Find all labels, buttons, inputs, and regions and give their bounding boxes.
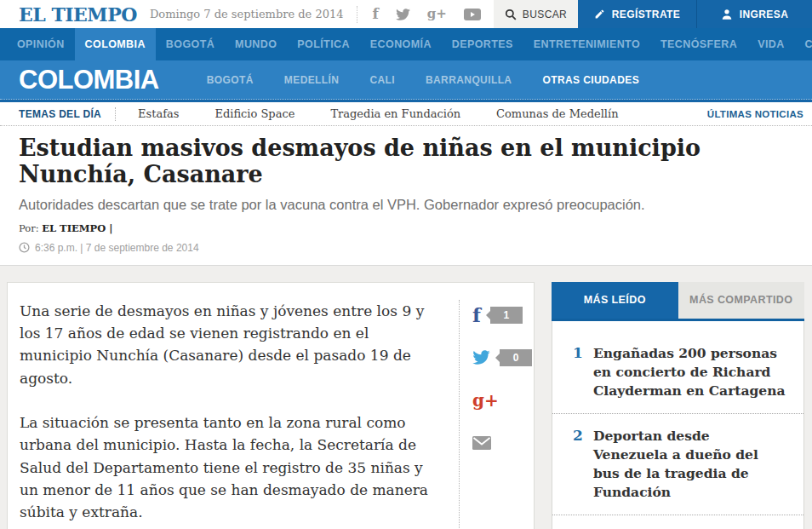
list-item[interactable]: 1 Engañadas 200 personas en concierto de… [552, 331, 803, 413]
topics-list: Estafas Edificio Space Tragedia en Funda… [138, 107, 618, 120]
topbar-social-links: f g+ [373, 7, 481, 21]
topics-label: TEMAS DEL DÍA [19, 108, 101, 120]
article-byline: Por: EL TIEMPO | [19, 222, 793, 234]
list-item[interactable]: 2 Deportan desde Venezuela a dueño del b… [552, 413, 803, 515]
topics-divider [115, 107, 116, 121]
nav-item-entretenimiento[interactable]: ENTRETENIMIENTO [523, 28, 650, 60]
twitter-icon [472, 350, 490, 365]
paragraph-2: La situación se presenta tanto en la zon… [20, 411, 443, 524]
section-subnav: BOGOTÁ MEDELLÍN CALI BARRANQUILLA OTRAS … [207, 74, 639, 86]
current-date: Domingo 7 de septiembre de 2014 [150, 8, 344, 20]
topic-comunas-medellin[interactable]: Comunas de Medellín [496, 107, 618, 120]
article-header: Estudian masivos desmayos de niñas en el… [0, 126, 812, 266]
pencil-icon [594, 9, 605, 20]
share-facebook-button[interactable]: f 1 [472, 305, 534, 325]
most-read-widget: MÁS LEÍDO MÁS COMPARTIDO 1 Engañadas 200… [552, 282, 804, 529]
nav-item-clasificados[interactable]: CLASIFICADOS [795, 28, 812, 60]
nav-item-opinion[interactable]: OPINIÓN [7, 28, 75, 60]
tab-mas-leido[interactable]: MÁS LEÍDO [552, 282, 678, 319]
nav-item-bogota[interactable]: BOGOTÁ [156, 28, 225, 60]
article-subtitle: Autoridades descartan que se trate por l… [19, 197, 793, 213]
tab-mas-compartido[interactable]: MÁS COMPARTIDO [678, 282, 805, 319]
ultimas-noticias-link[interactable]: ÚLTIMAS NOTICIAS [707, 109, 803, 119]
rank-number: 2 [573, 427, 593, 502]
register-label: REGÍSTRATE [612, 9, 680, 20]
login-label: INGRESA [740, 9, 788, 20]
topic-tragedia-fundacion[interactable]: Tragedia en Fundación [330, 107, 460, 120]
googleplus-icon[interactable]: g+ [427, 8, 447, 20]
mail-icon [472, 436, 491, 450]
list-item-title: Deportan desde Venezuela a dueño del bus… [593, 427, 788, 502]
content-area: Una serie de desmayos en niñas y jóvenes… [0, 266, 812, 529]
list-item-title: Engañadas 200 personas en concierto de R… [593, 344, 788, 400]
topic-estafas[interactable]: Estafas [138, 107, 179, 120]
facebook-share-count: 1 [490, 307, 523, 324]
login-button[interactable]: INGRESA [696, 0, 812, 28]
section-title[interactable]: COLOMBIA [19, 65, 159, 95]
search-button[interactable]: BUSCAR [494, 0, 578, 28]
topics-bar: TEMAS DEL DÍA Estafas Edificio Space Tra… [0, 100, 812, 126]
topic-edificio-space[interactable]: Edificio Space [214, 107, 294, 120]
el-tiempo-logo[interactable]: EL TIEMPO [19, 3, 137, 26]
article-body-box: Una serie de desmayos en niñas y jóvenes… [7, 282, 535, 529]
share-googleplus-button[interactable]: g+ [472, 390, 534, 411]
nav-item-politica[interactable]: POLÍTICA [287, 28, 360, 60]
byline-label: Por: [19, 222, 39, 234]
share-email-button[interactable] [472, 433, 534, 453]
nav-item-deportes[interactable]: DEPORTES [442, 28, 523, 60]
nav-item-mundo[interactable]: MUNDO [225, 28, 287, 60]
list-item[interactable]: 3 Mueren los diez pasajeros de avioneta … [552, 515, 803, 529]
topbar-divider [357, 6, 357, 23]
top-bar: EL TIEMPO Domingo 7 de septiembre de 201… [0, 0, 812, 28]
subnav-bogota[interactable]: BOGOTÁ [207, 74, 254, 86]
article-headline: Estudian masivos desmayos de niñas en el… [19, 135, 793, 188]
facebook-icon: f [472, 305, 481, 325]
most-read-list: 1 Engañadas 200 personas en concierto de… [552, 321, 804, 529]
nav-item-economia[interactable]: ECONOMÍA [360, 28, 442, 60]
article-timestamp: 6:36 p.m. | 7 de septiembre de 2014 [19, 242, 793, 265]
search-icon [505, 9, 517, 20]
user-icon [721, 9, 733, 20]
twitter-share-count: 0 [500, 349, 532, 366]
byline-author: EL TIEMPO | [42, 222, 112, 234]
sidebar-tabs: MÁS LEÍDO MÁS COMPARTIDO [552, 282, 804, 319]
main-nav: OPINIÓN COLOMBIA BOGOTÁ MUNDO POLÍTICA E… [0, 28, 812, 60]
clock-icon [19, 242, 30, 253]
subnav-barranquilla[interactable]: BARRANQUILLA [426, 74, 512, 86]
register-button[interactable]: REGÍSTRATE [578, 0, 696, 28]
subnav-medellin[interactable]: MEDELLÍN [284, 74, 340, 86]
facebook-icon[interactable]: f [373, 7, 379, 21]
section-header: COLOMBIA BOGOTÁ MEDELLÍN CALI BARRANQUIL… [0, 60, 812, 100]
article-body-text: Una serie de desmayos en niñas y jóvenes… [20, 300, 459, 529]
subnav-cali[interactable]: CALI [369, 74, 395, 86]
youtube-icon[interactable] [464, 9, 481, 20]
twitter-icon[interactable] [396, 9, 410, 20]
timestamp-text: 6:36 p.m. | 7 de septiembre de 2014 [35, 242, 199, 254]
share-column: f 1 0 g+ [459, 300, 534, 529]
paragraph-1: Una serie de desmayos en niñas y jóvenes… [20, 300, 443, 389]
share-twitter-button[interactable]: 0 [472, 348, 534, 368]
googleplus-icon: g+ [472, 392, 499, 409]
nav-item-colombia[interactable]: COLOMBIA [75, 28, 156, 60]
nav-item-tecnosfera[interactable]: TECNÓSFERA [650, 28, 747, 60]
nav-item-vida[interactable]: VIDA [747, 28, 794, 60]
rank-number: 1 [573, 344, 593, 400]
subnav-otras-ciudades[interactable]: OTRAS CIUDADES [542, 74, 639, 86]
search-label: BUSCAR [523, 9, 567, 20]
